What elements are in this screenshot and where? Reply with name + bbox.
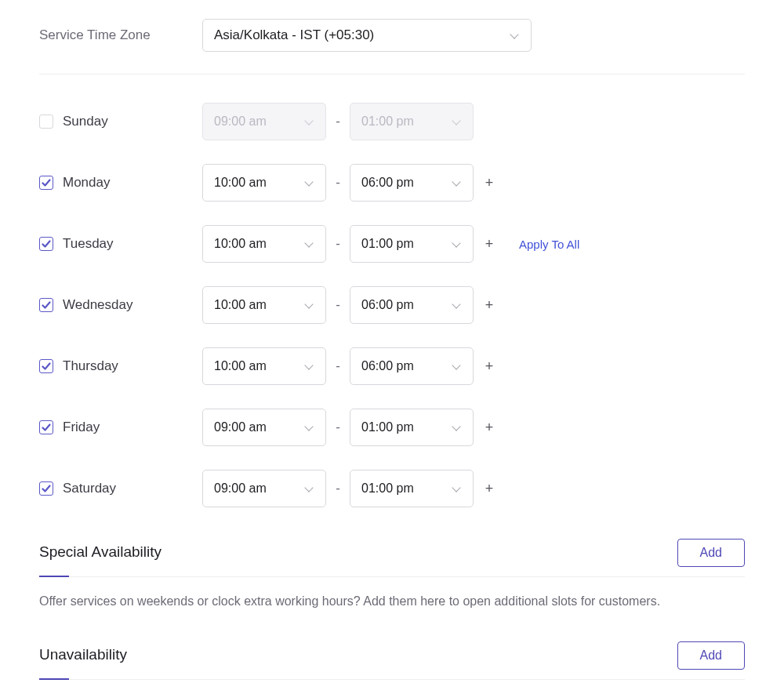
special-availability-section: Special Availability Add Offer services … [39, 539, 745, 610]
day-label: Saturday [39, 481, 202, 496]
time-separator: - [326, 358, 350, 374]
day-row: Thursday10:00 am-06:00 pm+ [39, 347, 745, 385]
day-checkbox[interactable] [39, 237, 53, 251]
start-time-value: 09:00 am [214, 114, 267, 129]
day-name: Tuesday [63, 236, 114, 252]
end-time-select[interactable]: 06:00 pm [350, 347, 474, 385]
timezone-value: Asia/Kolkata - IST (+05:30) [214, 27, 374, 43]
time-separator: - [326, 114, 350, 129]
day-name: Thursday [63, 358, 118, 374]
start-time-value: 09:00 am [214, 481, 267, 496]
time-separator: - [326, 175, 350, 191]
day-checkbox[interactable] [39, 114, 53, 129]
end-time-select[interactable]: 01:00 pm [350, 225, 474, 263]
day-name: Wednesday [63, 297, 132, 313]
add-slot-button[interactable]: + [474, 175, 505, 191]
start-time-value: 10:00 am [214, 237, 267, 251]
days-container: Sunday09:00 am-01:00 pmMonday10:00 am-06… [39, 103, 745, 507]
start-time-select[interactable]: 10:00 am [202, 347, 326, 385]
chevron-down-icon [451, 361, 462, 372]
start-time-select[interactable]: 10:00 am [202, 286, 326, 324]
unavailability-add-button[interactable]: Add [677, 641, 745, 670]
day-checkbox[interactable] [39, 420, 53, 434]
unavailability-title: Unavailability [39, 646, 127, 665]
day-checkbox[interactable] [39, 359, 53, 373]
special-availability-title: Special Availability [39, 543, 162, 562]
chevron-down-icon [451, 300, 462, 311]
start-time-value: 10:00 am [214, 298, 267, 312]
timezone-select[interactable]: Asia/Kolkata - IST (+05:30) [202, 19, 532, 52]
day-row: Monday10:00 am-06:00 pm+ [39, 164, 745, 202]
chevron-down-icon [303, 300, 314, 311]
timezone-label: Service Time Zone [39, 27, 202, 43]
add-slot-button[interactable]: + [474, 420, 505, 436]
time-separator: - [326, 481, 350, 496]
end-time-value: 01:00 pm [361, 114, 414, 129]
section-underline [39, 678, 69, 680]
day-checkbox[interactable] [39, 298, 53, 312]
day-label: Tuesday [39, 236, 202, 252]
day-name: Saturday [63, 481, 116, 496]
unavailability-head: Unavailability Add [39, 641, 745, 680]
end-time-select: 01:00 pm [350, 103, 474, 140]
day-row: Friday09:00 am-01:00 pm+ [39, 409, 745, 446]
section-underline [39, 576, 69, 577]
add-slot-button[interactable]: + [474, 236, 505, 252]
end-time-select[interactable]: 06:00 pm [350, 164, 474, 202]
day-label: Friday [39, 420, 202, 435]
end-time-value: 06:00 pm [361, 298, 414, 312]
chevron-down-icon [451, 116, 462, 127]
day-checkbox[interactable] [39, 481, 53, 496]
start-time-value: 10:00 am [214, 359, 267, 373]
timezone-row: Service Time Zone Asia/Kolkata - IST (+0… [39, 19, 745, 74]
chevron-down-icon [303, 422, 314, 433]
day-name: Friday [63, 420, 100, 435]
chevron-down-icon [451, 422, 462, 433]
unavailability-section: Unavailability Add Block days off your s… [39, 641, 745, 683]
day-label: Wednesday [39, 297, 202, 313]
day-row: Saturday09:00 am-01:00 pm+ [39, 470, 745, 507]
end-time-value: 01:00 pm [361, 237, 414, 251]
chevron-down-icon [509, 30, 520, 41]
day-row: Sunday09:00 am-01:00 pm [39, 103, 745, 140]
day-name: Sunday [63, 114, 108, 129]
start-time-value: 10:00 am [214, 176, 267, 190]
start-time-select[interactable]: 09:00 am [202, 470, 326, 507]
end-time-select[interactable]: 01:00 pm [350, 409, 474, 446]
start-time-select[interactable]: 09:00 am [202, 409, 326, 446]
special-availability-desc: Offer services on weekends or clock extr… [39, 593, 745, 610]
chevron-down-icon [303, 361, 314, 372]
chevron-down-icon [451, 177, 462, 188]
special-availability-add-button[interactable]: Add [677, 539, 745, 567]
chevron-down-icon [303, 116, 314, 127]
chevron-down-icon [451, 238, 462, 249]
end-time-value: 01:00 pm [361, 420, 414, 434]
day-row: Wednesday10:00 am-06:00 pm+ [39, 286, 745, 324]
day-name: Monday [63, 175, 110, 191]
add-slot-button[interactable]: + [474, 481, 505, 497]
apply-to-all-link[interactable]: Apply To All [519, 238, 579, 251]
end-time-select[interactable]: 06:00 pm [350, 286, 474, 324]
add-slot-button[interactable]: + [474, 358, 505, 375]
day-checkbox[interactable] [39, 176, 53, 190]
day-label: Monday [39, 175, 202, 191]
special-availability-head: Special Availability Add [39, 539, 745, 577]
time-separator: - [326, 297, 350, 313]
chevron-down-icon [303, 177, 314, 188]
start-time-select: 09:00 am [202, 103, 326, 140]
add-slot-button[interactable]: + [474, 297, 505, 314]
end-time-select[interactable]: 01:00 pm [350, 470, 474, 507]
day-label: Thursday [39, 358, 202, 374]
time-separator: - [326, 236, 350, 252]
end-time-value: 06:00 pm [361, 176, 414, 190]
time-separator: - [326, 420, 350, 435]
chevron-down-icon [451, 483, 462, 494]
end-time-value: 01:00 pm [361, 481, 414, 496]
start-time-value: 09:00 am [214, 420, 267, 434]
day-row: Tuesday10:00 am-01:00 pm+Apply To All [39, 225, 745, 263]
chevron-down-icon [303, 483, 314, 494]
chevron-down-icon [303, 238, 314, 249]
start-time-select[interactable]: 10:00 am [202, 225, 326, 263]
start-time-select[interactable]: 10:00 am [202, 164, 326, 202]
end-time-value: 06:00 pm [361, 359, 414, 373]
